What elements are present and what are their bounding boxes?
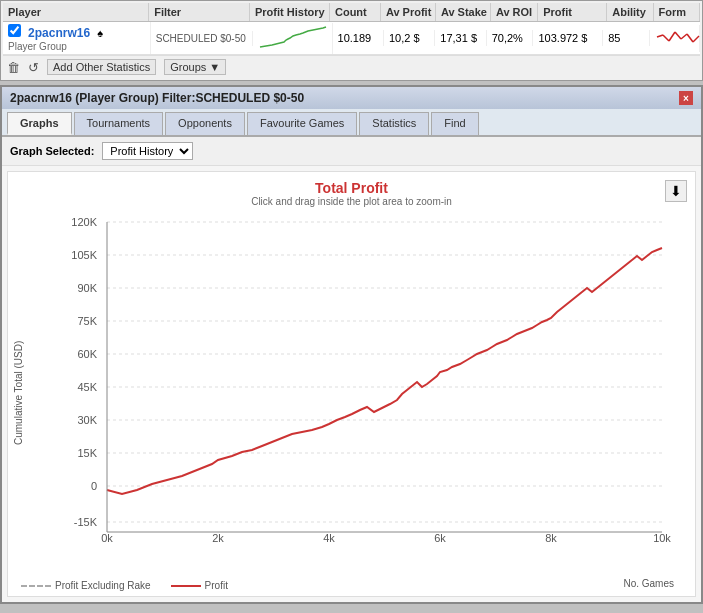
top-panel: Player Filter Profit History Count Av Pr… <box>0 0 703 81</box>
cell-form: × <box>650 25 700 52</box>
svg-line-1 <box>663 35 669 41</box>
col-av-stake: Av Stake <box>436 3 491 21</box>
col-ability: Ability <box>607 3 653 21</box>
download-chart-btn[interactable]: ⬇ <box>665 180 687 202</box>
col-filter: Filter <box>149 3 250 21</box>
svg-text:45K: 45K <box>77 381 97 393</box>
svg-text:8k: 8k <box>545 532 557 544</box>
svg-line-0 <box>657 35 663 37</box>
chart-container: Total Profit Click and drag inside the p… <box>7 171 696 597</box>
svg-text:105K: 105K <box>71 249 97 261</box>
svg-text:30K: 30K <box>77 414 97 426</box>
cell-count: 10.189 <box>333 30 384 46</box>
svg-line-4 <box>681 34 687 39</box>
chart-area: Cumulative Total (USD) .grid-line { stro… <box>13 212 690 574</box>
filter-value: SCHEDULED $0-50 <box>156 33 246 44</box>
col-profit: Profit <box>538 3 607 21</box>
player-name: 2pacnrw16 <box>28 26 90 40</box>
cell-filter: SCHEDULED $0-50 <box>151 31 253 46</box>
svg-line-2 <box>669 32 675 41</box>
graph-selector: Graph Selected: Profit History <box>2 137 701 166</box>
row-checkbox[interactable] <box>8 24 21 37</box>
svg-text:10k: 10k <box>653 532 671 544</box>
cell-av-roi: 70,2% <box>487 30 534 46</box>
dialog-title-bar: 2pacnrw16 (Player Group) Filter:SCHEDULE… <box>2 87 701 109</box>
chart-title: Total Profit <box>13 180 690 196</box>
svg-text:-15K: -15K <box>74 516 98 528</box>
graph-selector-label: Graph Selected: <box>10 145 94 157</box>
svg-text:0k: 0k <box>101 532 113 544</box>
svg-line-5 <box>687 34 693 42</box>
y-axis-label: Cumulative Total (USD) <box>13 212 31 574</box>
dashed-line-icon <box>21 585 51 587</box>
cell-av-profit: 10,2 $ <box>384 30 435 46</box>
tab-tournaments[interactable]: Tournaments <box>74 112 164 135</box>
cell-profit-history <box>253 23 333 54</box>
refresh-icon[interactable]: ↺ <box>28 60 39 75</box>
table-header: Player Filter Profit History Count Av Pr… <box>3 3 700 22</box>
add-statistics-btn[interactable]: Add Other Statistics <box>47 59 156 75</box>
legend-solid: Profit <box>171 580 228 591</box>
svg-line-3 <box>675 32 681 39</box>
profit-line <box>107 248 662 494</box>
groups-btn[interactable]: Groups ▼ <box>164 59 226 75</box>
legend-dashed-label: Profit Excluding Rake <box>55 580 151 591</box>
main-dialog: 2pacnrw16 (Player Group) Filter:SCHEDULE… <box>0 85 703 604</box>
tabs-bar: Graphs Tournaments Opponents Favourite G… <box>2 109 701 137</box>
table-row: 2pacnrw16 ♠ Player Group SCHEDULED $0-50… <box>3 22 700 55</box>
svg-text:6k: 6k <box>434 532 446 544</box>
legend-solid-label: Profit <box>205 580 228 591</box>
col-av-profit: Av Profit <box>381 3 436 21</box>
main-chart-svg[interactable]: .grid-line { stroke: #ddd; stroke-width:… <box>34 212 690 572</box>
dialog-title: 2pacnrw16 (Player Group) Filter:SCHEDULE… <box>10 91 304 105</box>
svg-line-6 <box>693 36 699 42</box>
tab-find[interactable]: Find <box>431 112 478 135</box>
form-sparkline <box>655 27 700 47</box>
toolbar: 🗑 ↺ Add Other Statistics Groups ▼ <box>3 55 700 78</box>
player-group: Player Group <box>8 41 67 52</box>
solid-line-icon <box>171 585 201 587</box>
col-form: Form <box>654 3 700 21</box>
player-icon: ♠ <box>97 27 103 39</box>
col-player: Player <box>3 3 149 21</box>
tab-opponents[interactable]: Opponents <box>165 112 245 135</box>
mini-profit-chart <box>258 25 328 50</box>
svg-text:4k: 4k <box>323 532 335 544</box>
tab-graphs[interactable]: Graphs <box>7 112 72 135</box>
graph-select[interactable]: Profit History <box>102 142 193 160</box>
col-profit-history: Profit History <box>250 3 330 21</box>
cell-profit: 103.972 $ <box>533 30 603 46</box>
dialog-close-btn[interactable]: × <box>679 91 693 105</box>
svg-text:0: 0 <box>91 480 97 492</box>
svg-text:2k: 2k <box>212 532 224 544</box>
svg-text:120K: 120K <box>71 216 97 228</box>
legend-dashed: Profit Excluding Rake <box>21 580 151 591</box>
tab-statistics[interactable]: Statistics <box>359 112 429 135</box>
cell-ability: 85 <box>603 30 650 46</box>
svg-text:75K: 75K <box>77 315 97 327</box>
tab-favourite-games[interactable]: Favourite Games <box>247 112 357 135</box>
chart-legend: Profit Excluding Rake Profit <box>21 580 228 591</box>
chart-svg-wrap: .grid-line { stroke: #ddd; stroke-width:… <box>34 212 690 574</box>
chart-subtitle: Click and drag inside the plot area to z… <box>13 196 690 207</box>
col-count: Count <box>330 3 381 21</box>
svg-text:15K: 15K <box>77 447 97 459</box>
cell-player: 2pacnrw16 ♠ Player Group <box>3 22 151 54</box>
col-av-roi: Av ROI <box>491 3 538 21</box>
no-games-label: No. Games <box>623 578 682 589</box>
delete-icon[interactable]: 🗑 <box>7 60 20 75</box>
svg-text:60K: 60K <box>77 348 97 360</box>
cell-av-stake: 17,31 $ <box>435 30 486 46</box>
svg-text:90K: 90K <box>77 282 97 294</box>
